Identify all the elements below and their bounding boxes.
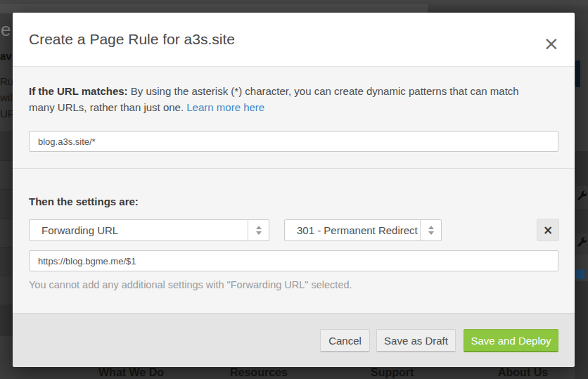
settings-note: You cannot add any additional settings w…	[29, 279, 352, 290]
wrench-icon	[576, 190, 587, 201]
bg-footer-link-about-us: About Us	[498, 366, 548, 379]
background-heading-fragment: e	[1, 20, 11, 39]
modal-footer: Cancel Save as Draft Save and Deploy	[13, 313, 575, 367]
bg-footer-link-support: Support	[371, 366, 414, 379]
bg-footer-link-what-we-do: What We Do	[98, 366, 164, 379]
background-text-fragment: Ru	[0, 75, 13, 87]
settings-section: Then the settings are: Forwarding URL 30…	[13, 168, 575, 313]
url-match-description: If the URL matches: By using the asteris…	[29, 83, 560, 115]
url-match-lead: If the URL matches:	[29, 85, 128, 97]
chevron-up-down-icon	[248, 220, 269, 240]
chevron-up-down-icon	[420, 220, 441, 240]
settings-heading: Then the settings are:	[29, 195, 139, 207]
modal-header: Create a Page Rule for a3s.site ×	[13, 13, 575, 67]
modal-title: Create a Page Rule for a3s.site	[29, 31, 235, 48]
cancel-button[interactable]: Cancel	[320, 329, 370, 352]
background-text-fragment: av	[0, 50, 12, 62]
save-as-draft-button[interactable]: Save as Draft	[376, 329, 456, 352]
background-create-rule-button-edge	[575, 60, 580, 87]
create-page-rule-modal: Create a Page Rule for a3s.site × If the…	[13, 13, 575, 367]
background-rule-list-left-edge	[0, 131, 13, 379]
forward-url-input[interactable]	[29, 250, 558, 271]
setting-type-select[interactable]: Forwarding URL	[29, 219, 269, 241]
wrench-icon	[576, 236, 587, 248]
close-icon[interactable]: ×	[543, 34, 559, 53]
remove-setting-button[interactable]: ×	[537, 219, 559, 241]
learn-more-link[interactable]: Learn more here	[186, 101, 264, 113]
screen: e av Ru will UR What We Do Resources Sup…	[0, 0, 588, 379]
save-and-deploy-button[interactable]: Save and Deploy	[464, 329, 558, 352]
url-pattern-input[interactable]	[29, 131, 558, 152]
url-match-section: If the URL matches: By using the asteris…	[13, 67, 575, 168]
background-link-fragment	[576, 269, 584, 279]
redirect-type-select[interactable]: 301 - Permanent Redirect	[284, 219, 442, 241]
bg-footer-link-resources: Resources	[230, 366, 288, 379]
